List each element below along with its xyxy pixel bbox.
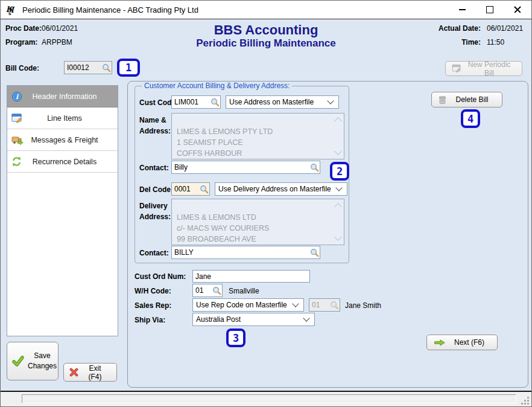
name-address-label: Name & Address:	[139, 115, 171, 136]
sidebar-item-messages-freight[interactable]: Messages & Freight	[7, 129, 118, 151]
next-button[interactable]: Next (F6)	[426, 335, 498, 350]
recycle-icon	[11, 156, 26, 167]
truck-icon	[11, 135, 26, 145]
new-periodic-bill-label: New Periodic Bill	[465, 60, 522, 77]
new-periodic-bill-button: New Periodic Bill	[445, 61, 522, 76]
delivery-contact-label: Contact:	[139, 249, 169, 257]
actual-date-value: 06/01/2021	[487, 24, 523, 33]
scroll-up-icon	[334, 203, 342, 211]
chevron-down-icon	[292, 300, 299, 307]
exit-label: Exit (F4)	[82, 364, 116, 381]
delivery-mode-select[interactable]: Use Delivery Address on Masterfile	[215, 182, 347, 196]
next-label: Next (F6)	[450, 338, 497, 347]
app-window: b b s Periodic Billing Maintenance - ABC…	[0, 0, 532, 407]
time-label: Time:	[461, 38, 481, 46]
resize-grip[interactable]	[521, 397, 530, 405]
green-arrow-right-icon	[433, 339, 446, 347]
annotation-marker-4: 4	[461, 109, 480, 128]
del-code-field-wrap	[171, 182, 210, 196]
sidebar: i Header Information Line Items Messages…	[7, 85, 118, 336]
save-changes-label: Save Changes	[28, 351, 60, 371]
contact-field-wrap	[171, 161, 320, 174]
screen-title: Periodic Billing Maintenance	[1, 37, 531, 50]
del-code-label: Del Code:	[139, 185, 173, 194]
ship-via-select[interactable]: Australia Post	[192, 313, 315, 326]
sidebar-item-label: Recurrence Details	[26, 158, 118, 166]
chevron-down-icon	[303, 315, 309, 321]
delivery-address-box: LIMES & LEMONS LTD c/- MACS WAY COURIERS…	[171, 199, 344, 245]
address-mode-value: Use Address on Masterfile	[229, 98, 314, 106]
actual-date-label: Actual Date:	[439, 24, 481, 33]
bill-code-lookup-icon[interactable]	[102, 63, 111, 72]
maximize-button[interactable]	[476, 1, 504, 19]
minimize-button[interactable]	[448, 1, 476, 19]
green-check-icon	[12, 355, 24, 367]
contact-input[interactable]	[171, 161, 320, 174]
wh-code-description: Smallville	[229, 287, 259, 295]
ship-via-label: Ship Via:	[135, 316, 165, 324]
sidebar-item-label: Line Items	[26, 114, 118, 123]
form-edit-icon	[11, 113, 26, 124]
annotation-marker-2: 2	[330, 162, 349, 181]
delivery-address-label: Delivery Address:	[139, 200, 171, 222]
sales-rep-mode-select[interactable]: Use Rep Code on Masterfile	[192, 298, 304, 312]
ship-via-value: Australia Post	[196, 315, 241, 324]
svg-text:s: s	[8, 10, 11, 16]
cust-code-lookup-icon[interactable]	[211, 98, 220, 107]
contact-label: Contact:	[139, 164, 169, 172]
sales-rep-code-field-wrap	[309, 298, 340, 312]
grip-dots-icon	[527, 403, 529, 405]
sidebar-item-recurrence-details[interactable]: Recurrence Details	[7, 151, 118, 173]
red-x-icon	[69, 368, 78, 377]
sidebar-item-line-items[interactable]: Line Items	[7, 107, 118, 129]
delivery-contact-input[interactable]	[171, 246, 320, 259]
scroll-down-icon	[334, 233, 342, 241]
sidebar-item-label: Header Information	[26, 92, 118, 101]
close-icon	[514, 6, 521, 13]
status-message-field	[22, 394, 516, 403]
app-logo-icon: b b s	[5, 4, 17, 16]
exit-button[interactable]: Exit (F4)	[63, 363, 117, 382]
sales-rep-lookup-icon	[330, 301, 339, 310]
status-bar	[1, 391, 531, 407]
delivery-contact-field-wrap	[171, 246, 320, 259]
sales-rep-mode-value: Use Rep Code on Masterfile	[196, 301, 287, 309]
delivery-contact-lookup-icon[interactable]	[310, 248, 319, 257]
sidebar-item-label: Messages & Freight	[26, 136, 118, 144]
delivery-mode-value: Use Delivery Address on Masterfile	[218, 185, 331, 193]
cust-code-field-wrap	[171, 95, 221, 109]
chevron-down-icon	[335, 184, 342, 191]
cust-ord-num-field-wrap	[192, 270, 310, 283]
sidebar-item-header-information[interactable]: i Header Information	[7, 86, 118, 107]
trash-icon	[438, 95, 447, 104]
name-address-box: LIMES & LEMONS PTY LTD 1 SEAMIST PLACE C…	[171, 113, 344, 159]
wh-code-lookup-icon[interactable]	[212, 286, 221, 295]
sales-rep-label: Sales Rep:	[135, 301, 171, 310]
annotation-marker-3: 3	[226, 328, 245, 347]
chevron-down-icon	[327, 97, 334, 104]
close-button[interactable]	[504, 1, 531, 19]
groupbox-title: Customer Account Billing & Delivery Addr…	[142, 82, 292, 90]
annotation-marker-1: 1	[117, 59, 140, 77]
wh-code-label: W/H Code:	[135, 287, 171, 295]
time-value: 11:50	[487, 38, 504, 46]
window-title: Periodic Billing Maintenance - ABC Tradi…	[22, 5, 198, 14]
info-icon: i	[11, 91, 26, 102]
sales-rep-name: Jane Smith	[345, 301, 381, 310]
bill-code-field-wrap	[64, 61, 112, 74]
wh-code-field-wrap	[192, 284, 223, 297]
maximize-icon	[486, 6, 493, 13]
contact-lookup-icon[interactable]	[310, 163, 319, 172]
cust-ord-num-label: Cust Ord Num:	[135, 272, 186, 281]
scroll-up-icon	[334, 117, 342, 125]
delete-bill-button[interactable]: Delete Bill	[431, 92, 502, 107]
save-changes-button[interactable]: Save Changes	[7, 342, 59, 380]
minimize-icon	[459, 9, 466, 10]
scroll-down-icon	[334, 147, 342, 155]
form-edit-icon	[452, 64, 461, 73]
cust-ord-num-input[interactable]	[192, 270, 310, 283]
bill-code-label: Bill Code:	[5, 64, 39, 72]
del-code-lookup-icon[interactable]	[200, 185, 209, 194]
delete-bill-label: Delete Bill	[451, 95, 502, 104]
address-mode-select[interactable]: Use Address on Masterfile	[226, 95, 339, 109]
